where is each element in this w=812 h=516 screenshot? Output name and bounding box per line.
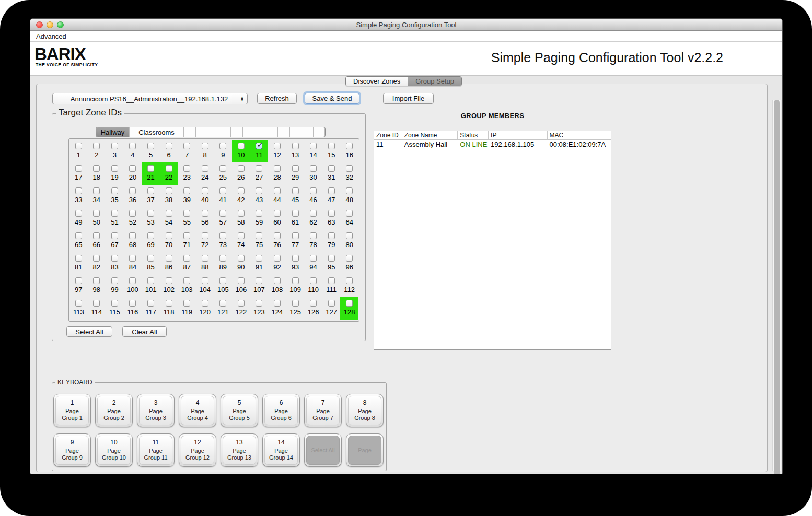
zone-checkbox-103[interactable] (183, 277, 190, 284)
zone-checkbox-69[interactable] (147, 232, 154, 239)
zone-checkbox-17[interactable] (75, 165, 82, 172)
zone-cell-13[interactable]: 13 (286, 140, 305, 162)
zone-cell-84[interactable]: 84 (124, 252, 142, 275)
zone-checkbox-41[interactable] (219, 187, 226, 194)
zone-cell-28[interactable]: 28 (268, 162, 286, 185)
key-page-group-13[interactable]: 13Page Group 13 (221, 433, 258, 467)
zone-cell-102[interactable]: 102 (160, 275, 178, 297)
zone-checkbox-106[interactable] (238, 277, 245, 284)
zone-cell-79[interactable]: 79 (322, 230, 341, 252)
zone-cell-9[interactable]: 9 (214, 140, 233, 162)
zone-cell-11[interactable]: 11 (250, 140, 269, 162)
zone-cell-5[interactable]: 5 (142, 140, 160, 162)
zone-checkbox-67[interactable] (111, 232, 118, 239)
zone-cell-80[interactable]: 80 (340, 230, 358, 252)
zone-checkbox-95[interactable] (328, 255, 335, 262)
zone-checkbox-29[interactable] (292, 165, 299, 172)
zone-checkbox-73[interactable] (219, 232, 226, 239)
zone-cell-116[interactable]: 116 (124, 297, 142, 320)
zone-cell-94[interactable]: 94 (304, 252, 322, 275)
key-page-group-3[interactable]: 3Page Group 3 (137, 394, 175, 427)
zone-cell-96[interactable]: 96 (340, 252, 358, 275)
zone-cell-85[interactable]: 85 (142, 252, 160, 275)
zone-checkbox-28[interactable] (274, 165, 281, 172)
zone-cell-88[interactable]: 88 (196, 252, 214, 275)
zone-cell-95[interactable]: 95 (322, 252, 341, 275)
zone-cell-35[interactable]: 35 (106, 185, 124, 207)
zone-cell-26[interactable]: 26 (232, 162, 250, 185)
zone-cell-105[interactable]: 105 (214, 275, 233, 297)
zone-cell-55[interactable]: 55 (178, 207, 196, 230)
zone-cell-120[interactable]: 120 (196, 297, 214, 320)
zone-checkbox-124[interactable] (274, 300, 281, 307)
zone-checkbox-49[interactable] (75, 210, 82, 217)
zone-cell-19[interactable]: 19 (106, 162, 124, 185)
zone-cell-56[interactable]: 56 (196, 207, 214, 230)
zone-checkbox-48[interactable] (346, 187, 353, 194)
zone-cell-99[interactable]: 99 (106, 275, 124, 297)
zone-cell-45[interactable]: 45 (286, 185, 305, 207)
zone-checkbox-37[interactable] (147, 187, 154, 194)
zone-checkbox-16[interactable] (346, 143, 353, 149)
zone-checkbox-6[interactable] (166, 143, 172, 149)
zone-cell-107[interactable]: 107 (250, 275, 269, 297)
zone-cell-30[interactable]: 30 (304, 162, 322, 185)
zone-cell-126[interactable]: 126 (304, 297, 322, 320)
zone-cell-71[interactable]: 71 (178, 230, 196, 252)
zone-cell-50[interactable]: 50 (88, 207, 106, 230)
zone-cell-108[interactable]: 108 (268, 275, 286, 297)
zone-cell-43[interactable]: 43 (250, 185, 269, 207)
zone-cell-25[interactable]: 25 (214, 162, 233, 185)
key-page-group-14[interactable]: 14Page Group 14 (262, 433, 300, 467)
save-send-button[interactable]: Save & Send (305, 93, 359, 104)
zone-checkbox-66[interactable] (93, 232, 100, 239)
zone-checkbox-74[interactable] (238, 232, 245, 239)
zone-checkbox-12[interactable] (274, 143, 281, 149)
zone-checkbox-121[interactable] (219, 300, 226, 307)
zone-checkbox-40[interactable] (202, 187, 208, 194)
zone-cell-66[interactable]: 66 (88, 230, 106, 252)
zone-cell-69[interactable]: 69 (142, 230, 160, 252)
zone-checkbox-119[interactable] (183, 300, 190, 307)
zone-checkbox-31[interactable] (328, 165, 335, 172)
zone-checkbox-80[interactable] (346, 232, 353, 239)
zone-checkbox-30[interactable] (310, 165, 317, 172)
zone-checkbox-86[interactable] (166, 255, 172, 262)
zone-cell-110[interactable]: 110 (304, 275, 322, 297)
zone-checkbox-45[interactable] (292, 187, 299, 194)
zone-cell-91[interactable]: 91 (250, 252, 269, 275)
zone-cell-109[interactable]: 109 (286, 275, 305, 297)
zone-checkbox-51[interactable] (111, 210, 118, 217)
zone-cell-58[interactable]: 58 (232, 207, 250, 230)
zone-checkbox-84[interactable] (129, 255, 136, 262)
zone-checkbox-4[interactable] (129, 143, 136, 149)
minimize-button[interactable] (47, 21, 53, 28)
zone-checkbox-93[interactable] (292, 255, 299, 262)
zone-cell-1[interactable]: 1 (69, 140, 88, 162)
zone-checkbox-75[interactable] (256, 232, 262, 239)
zone-cell-14[interactable]: 14 (304, 140, 322, 162)
zone-cell-63[interactable]: 63 (322, 207, 341, 230)
zone-cell-97[interactable]: 97 (69, 275, 88, 297)
zone-checkbox-81[interactable] (75, 255, 82, 262)
zone-cell-82[interactable]: 82 (88, 252, 106, 275)
zone-checkbox-33[interactable] (75, 187, 82, 194)
zone-checkbox-32[interactable] (346, 165, 353, 172)
zone-checkbox-25[interactable] (219, 165, 226, 172)
zone-cell-46[interactable]: 46 (304, 185, 322, 207)
zone-checkbox-126[interactable] (310, 300, 317, 307)
key-page-group-10[interactable]: 10Page Group 10 (95, 433, 133, 467)
zone-checkbox-1[interactable] (75, 143, 82, 149)
zone-cell-98[interactable]: 98 (88, 275, 106, 297)
zone-checkbox-47[interactable] (328, 187, 335, 194)
zone-checkbox-57[interactable] (219, 210, 226, 217)
zone-checkbox-107[interactable] (256, 277, 262, 284)
zone-cell-65[interactable]: 65 (69, 230, 88, 252)
key-page-group-1[interactable]: 1Page Group 1 (53, 394, 91, 427)
zone-checkbox-23[interactable] (183, 165, 190, 172)
zone-cell-128[interactable]: 128 (340, 297, 358, 320)
zone-cell-36[interactable]: 36 (124, 185, 142, 207)
zone-cell-54[interactable]: 54 (160, 207, 178, 230)
zone-cell-83[interactable]: 83 (106, 252, 124, 275)
zone-cell-73[interactable]: 73 (214, 230, 233, 252)
